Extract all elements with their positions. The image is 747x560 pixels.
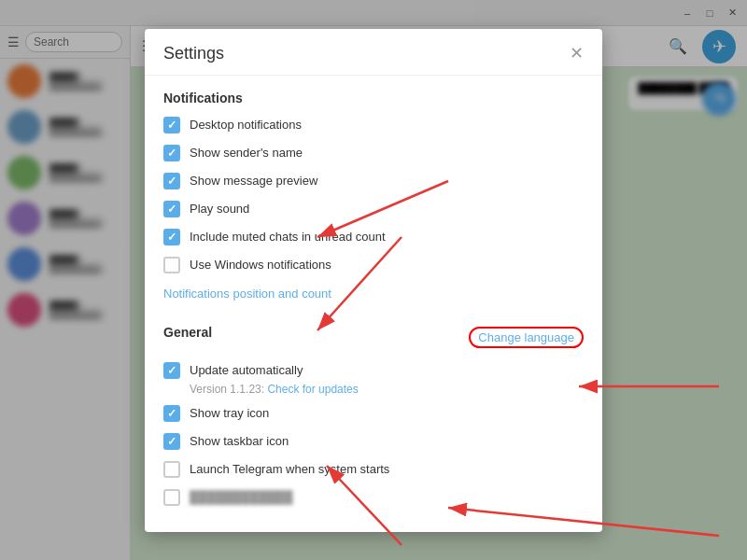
- update-automatically-checkbox[interactable]: [163, 362, 180, 379]
- notifications-position-link[interactable]: Notifications position and count: [163, 287, 331, 301]
- general-section-title: General: [163, 325, 212, 340]
- desktop-notifications-checkbox[interactable]: [163, 117, 180, 133]
- notifications-section: Notifications Desktop notifications Show…: [163, 91, 584, 308]
- include-muted-row[interactable]: Include muted chats in unread count: [163, 229, 584, 245]
- show-message-preview-label: Show message preview: [190, 174, 317, 188]
- show-taskbar-icon-checkbox-wrap[interactable]: [163, 433, 180, 450]
- update-automatically-label: Update automatically: [190, 363, 303, 377]
- play-sound-checkbox[interactable]: [163, 201, 180, 217]
- show-taskbar-icon-checkbox[interactable]: [163, 433, 180, 450]
- launch-startup-row[interactable]: Launch Telegram when system starts: [163, 461, 584, 478]
- show-message-preview-checkbox-wrap[interactable]: [163, 173, 180, 189]
- show-sender-name-checkbox[interactable]: [163, 145, 180, 161]
- show-tray-icon-checkbox-wrap[interactable]: [163, 405, 180, 422]
- show-tray-icon-label: Show tray icon: [190, 406, 269, 420]
- play-sound-label: Play sound: [190, 202, 249, 216]
- close-dialog-button[interactable]: ✕: [570, 45, 584, 62]
- dialog-title: Settings: [163, 44, 224, 63]
- show-message-preview-row[interactable]: Show message preview: [163, 173, 584, 189]
- include-muted-checkbox-wrap[interactable]: [163, 229, 180, 245]
- use-windows-notifications-checkbox-wrap[interactable]: [163, 257, 180, 273]
- include-muted-checkbox[interactable]: [163, 229, 180, 245]
- show-tray-icon-row[interactable]: Show tray icon: [163, 405, 584, 422]
- version-info: Version 1.1.23: Check for updates: [190, 383, 584, 396]
- dialog-header: Settings ✕: [145, 29, 602, 76]
- include-muted-label: Include muted chats in unread count: [190, 230, 386, 244]
- dialog-overlay: Settings ✕ Notifications Desktop notific…: [0, 0, 747, 560]
- show-sender-bottom-checkbox[interactable]: [163, 489, 180, 506]
- show-taskbar-icon-row[interactable]: Show taskbar icon: [163, 433, 584, 450]
- show-sender-name-row[interactable]: Show sender's name: [163, 145, 584, 161]
- change-language-link[interactable]: Change language: [469, 327, 584, 348]
- update-automatically-checkbox-wrap[interactable]: [163, 362, 180, 379]
- show-sender-bottom-checkbox-wrap[interactable]: [163, 489, 180, 506]
- show-sender-bottom-label: ████████████: [190, 490, 293, 504]
- play-sound-row[interactable]: Play sound: [163, 201, 584, 217]
- show-sender-name-checkbox-wrap[interactable]: [163, 145, 180, 161]
- play-sound-checkbox-wrap[interactable]: [163, 201, 180, 217]
- desktop-notifications-label: Desktop notifications: [190, 118, 302, 132]
- show-tray-icon-checkbox[interactable]: [163, 405, 180, 422]
- launch-startup-checkbox-wrap[interactable]: [163, 461, 180, 478]
- use-windows-notifications-row[interactable]: Use Windows notifications: [163, 257, 584, 273]
- launch-startup-label: Launch Telegram when system starts: [190, 462, 389, 476]
- check-for-updates-link[interactable]: Check for updates: [267, 383, 358, 396]
- show-sender-bottom-row[interactable]: ████████████: [163, 489, 584, 506]
- notifications-section-title: Notifications: [163, 91, 584, 105]
- desktop-notifications-checkbox-wrap[interactable]: [163, 117, 180, 133]
- show-taskbar-icon-label: Show taskbar icon: [190, 434, 289, 448]
- version-text-label: Version 1.1.23:: [190, 383, 264, 396]
- launch-startup-checkbox[interactable]: [163, 461, 180, 478]
- settings-dialog: Settings ✕ Notifications Desktop notific…: [145, 29, 602, 532]
- use-windows-notifications-checkbox[interactable]: [163, 257, 180, 273]
- update-automatically-row[interactable]: Update automatically: [163, 362, 584, 379]
- use-windows-notifications-label: Use Windows notifications: [190, 258, 331, 272]
- desktop-notifications-row[interactable]: Desktop notifications: [163, 117, 584, 133]
- general-section: General Change language Update automatic…: [163, 325, 584, 506]
- show-message-preview-checkbox[interactable]: [163, 173, 180, 189]
- show-sender-name-label: Show sender's name: [190, 146, 303, 160]
- general-section-header: General Change language: [163, 325, 584, 351]
- dialog-body: Notifications Desktop notifications Show…: [145, 76, 602, 532]
